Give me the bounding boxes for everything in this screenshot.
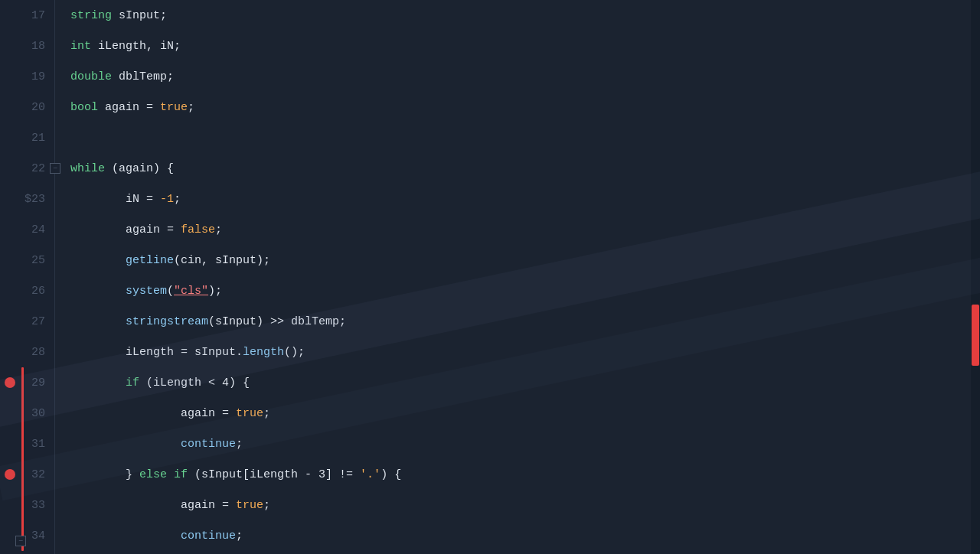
code-line-22: while (again) { xyxy=(55,153,980,184)
breakpoint-bar xyxy=(21,367,24,551)
code-line-17: string sInput; xyxy=(55,0,980,31)
editor-container: 17 18 19 20 21 22 − $23 24 25 26 27 xyxy=(0,0,980,554)
breakpoint-29[interactable] xyxy=(5,377,15,388)
line-18: 18 xyxy=(0,31,54,61)
scrollbar-track[interactable] xyxy=(971,0,980,554)
line-22: 22 − xyxy=(0,153,54,184)
line-20: 20 xyxy=(0,92,54,122)
code-line-23: iN = -1; xyxy=(55,184,980,214)
code-line-20: bool again = true; xyxy=(55,92,980,122)
code-line-31: continue; xyxy=(55,429,980,459)
line-number-gutter: 17 18 19 20 21 22 − $23 24 25 26 27 xyxy=(0,0,55,554)
code-line-34: continue; xyxy=(55,520,980,551)
code-line-32: } else if (sInput[iLength - 3] != '.') { xyxy=(55,459,980,490)
code-line-28: iLength = sInput.length(); xyxy=(55,337,980,367)
line-24: 24 xyxy=(0,214,54,245)
line-21: 21 xyxy=(0,122,54,153)
code-content: string sInput; int iLength, iN; double d… xyxy=(55,0,980,554)
line-26: 26 xyxy=(0,275,54,306)
line-31: 31 xyxy=(0,429,54,459)
code-line-19: double dblTemp; xyxy=(55,61,980,92)
scrollbar-thumb[interactable] xyxy=(972,305,979,366)
code-line-29: if (iLength < 4) { xyxy=(55,367,980,398)
line-17: 17 xyxy=(0,0,54,31)
line-28: 28 xyxy=(0,337,54,367)
code-line-25: getline(cin, sInput); xyxy=(55,245,980,275)
line-27: 27 xyxy=(0,306,54,337)
code-line-33: again = true; xyxy=(55,490,980,520)
line-19: 19 xyxy=(0,61,54,92)
code-line-27: stringstream(sInput) >> dblTemp; xyxy=(55,306,980,337)
line-23: $23 xyxy=(0,184,54,214)
line-25: 25 xyxy=(0,245,54,275)
code-line-24: again = false; xyxy=(55,214,980,245)
line-29: 29 xyxy=(0,367,54,398)
code-line-18: int iLength, iN; xyxy=(55,31,980,61)
line-33: 33 xyxy=(0,490,54,520)
code-line-35: } else if (again) { xyxy=(55,551,980,554)
line-34: 34 xyxy=(0,520,54,551)
line-35: 35 xyxy=(0,551,54,554)
line-30: 30 xyxy=(0,398,54,429)
line-numbers-list: 17 18 19 20 21 22 − $23 24 25 26 27 xyxy=(0,0,54,554)
fold-icon-22[interactable]: − xyxy=(50,163,60,174)
fold-icon-bottom[interactable]: − xyxy=(15,536,26,546)
code-line-26: system("cls"); xyxy=(55,275,980,306)
breakpoint-32[interactable] xyxy=(5,469,15,480)
code-line-30: again = true; xyxy=(55,398,980,429)
line-32: 32 xyxy=(0,459,54,490)
code-line-21 xyxy=(55,122,980,153)
